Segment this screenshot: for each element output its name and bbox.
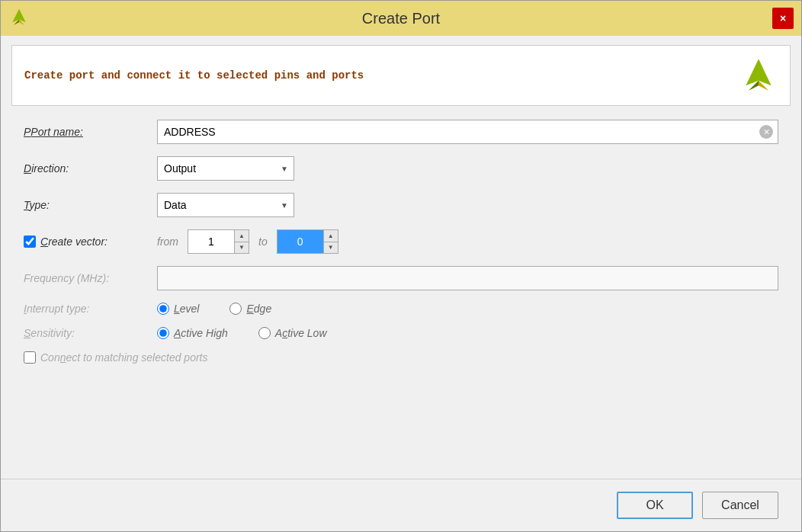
- port-name-row: PPort name: ADDRESS ✕: [24, 120, 778, 144]
- direction-label: Direction:: [24, 162, 157, 175]
- title-bar: Create Port ×: [1, 1, 801, 36]
- interrupt-edge-option[interactable]: Edge: [229, 303, 271, 315]
- vector-from-increment-button[interactable]: ▲: [235, 230, 249, 242]
- vector-from-decrement-button[interactable]: ▼: [235, 242, 249, 254]
- interrupt-type-row: Interrupt type: Level Edge: [24, 303, 778, 315]
- interrupt-edge-label: Edge: [246, 303, 271, 315]
- frequency-label: Frequency (MHz):: [24, 272, 157, 284]
- direction-row: Direction: Input Output Bidirectional ▼: [24, 156, 778, 181]
- port-name-input[interactable]: ADDRESS: [164, 126, 753, 138]
- vector-from-spinbox: ▲ ▼: [188, 229, 249, 254]
- vector-from-spinbox-buttons: ▲ ▼: [234, 230, 249, 253]
- create-vector-checkbox[interactable]: [24, 236, 36, 248]
- vector-to-spinbox-buttons: ▲ ▼: [323, 230, 338, 253]
- connect-checkbox[interactable]: [24, 351, 36, 364]
- dialog-title: Create Port: [362, 10, 440, 27]
- vector-to-input[interactable]: [277, 230, 323, 253]
- direction-select-wrapper: Input Output Bidirectional ▼: [157, 156, 294, 181]
- vector-from-label: from: [157, 236, 178, 248]
- interrupt-level-option[interactable]: Level: [157, 303, 199, 315]
- type-row: Type: Data Clock Reset Enable ▼: [24, 193, 778, 217]
- info-text: Create port and connect it to selected p…: [24, 69, 364, 82]
- sensitivity-low-radio[interactable]: [258, 327, 271, 339]
- vector-to-increment-button[interactable]: ▲: [324, 230, 338, 242]
- sensitivity-low-option[interactable]: Active Low: [258, 327, 327, 339]
- vector-to-decrement-button[interactable]: ▼: [324, 242, 338, 254]
- cancel-button[interactable]: Cancel: [702, 492, 778, 519]
- create-port-dialog: Create Port × Create port and connect it…: [0, 0, 802, 532]
- frequency-row: Frequency (MHz):: [24, 266, 778, 290]
- port-name-clear-button[interactable]: ✕: [759, 125, 773, 139]
- interrupt-type-radio-group: Level Edge: [157, 303, 271, 315]
- create-vector-row: Create vector: from ▲ ▼ to ▲ ▼: [24, 229, 778, 254]
- connect-label-text: Connect to matching selected ports: [40, 351, 207, 364]
- vector-from-input[interactable]: [188, 230, 234, 253]
- interrupt-edge-radio[interactable]: [229, 303, 242, 315]
- sensitivity-label: Sensitivity:: [24, 327, 157, 339]
- vector-to-label: to: [258, 236, 268, 248]
- create-vector-label-text: Create vector:: [40, 236, 107, 248]
- connect-checkbox-row: Connect to matching selected ports: [24, 351, 778, 364]
- close-button[interactable]: ×: [772, 8, 794, 29]
- interrupt-level-radio[interactable]: [157, 303, 169, 315]
- port-name-label: PPort name:: [24, 126, 157, 138]
- sensitivity-row: Sensitivity: Active High Active Low: [24, 327, 778, 339]
- sensitivity-radio-group: Active High Active Low: [157, 327, 327, 339]
- type-select-wrapper: Data Clock Reset Enable ▼: [157, 193, 294, 217]
- sensitivity-high-label: Active High: [174, 327, 228, 339]
- interrupt-type-label: Interrupt type:: [24, 303, 157, 315]
- button-bar: OK Cancel: [1, 479, 801, 531]
- title-bar-left: [8, 8, 30, 29]
- sensitivity-low-label: Active Low: [275, 327, 327, 339]
- app-logo-icon: [8, 8, 30, 29]
- direction-select[interactable]: Input Output Bidirectional: [157, 156, 294, 181]
- interrupt-level-label: Level: [174, 303, 199, 315]
- type-label: Type:: [24, 199, 157, 211]
- vector-to-spinbox: ▲ ▼: [277, 229, 338, 254]
- vector-controls: from ▲ ▼ to ▲ ▼: [157, 229, 338, 254]
- form-area: PPort name: ADDRESS ✕ Direction: Input O…: [1, 112, 801, 479]
- connect-checkbox-label[interactable]: Connect to matching selected ports: [24, 351, 207, 364]
- frequency-input[interactable]: [157, 266, 778, 290]
- info-bar: Create port and connect it to selected p…: [11, 45, 791, 106]
- ok-button[interactable]: OK: [617, 492, 693, 519]
- info-logo-icon: [739, 56, 778, 95]
- port-name-input-wrapper: ADDRESS ✕: [157, 120, 778, 144]
- type-select[interactable]: Data Clock Reset Enable: [157, 193, 294, 217]
- sensitivity-high-radio[interactable]: [157, 327, 169, 339]
- create-vector-label-group: Create vector:: [24, 236, 157, 248]
- sensitivity-high-option[interactable]: Active High: [157, 327, 228, 339]
